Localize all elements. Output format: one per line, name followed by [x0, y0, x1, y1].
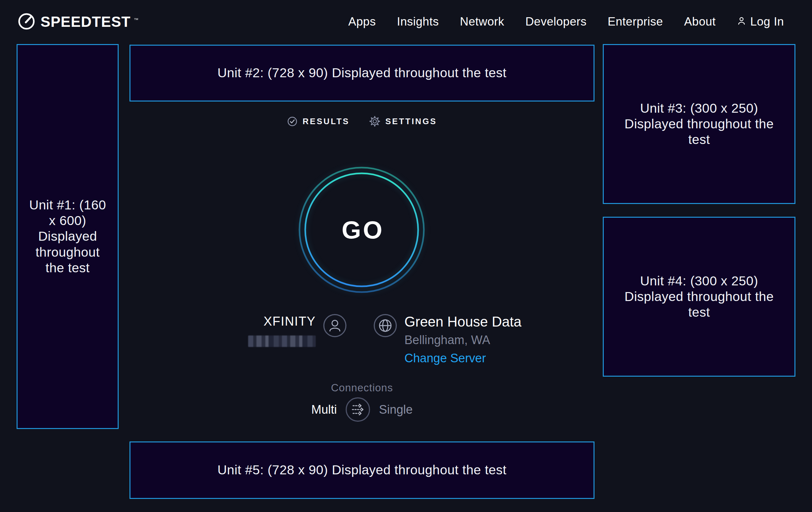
isp-info: XFINITY — [233, 314, 316, 347]
user-icon — [737, 15, 746, 28]
speedtest-logo[interactable]: SPEEDTEST ™ — [18, 12, 139, 31]
isp-user-icon — [323, 314, 347, 339]
logo-wordmark: SPEEDTEST — [40, 13, 131, 30]
nav-item-apps[interactable]: Apps — [348, 15, 376, 28]
ad-unit-1-skyscraper: Unit #1: (160 x 600) Displayed throughou… — [17, 44, 119, 429]
change-server-link[interactable]: Change Server — [404, 351, 486, 365]
test-tabs: RESULTS — [129, 111, 594, 132]
nav-item-about[interactable]: About — [684, 15, 716, 28]
ad-unit-5-leaderboard: Unit #5: (728 x 90) Displayed throughout… — [129, 441, 594, 499]
check-circle-icon — [287, 116, 297, 127]
main-nav: Apps Insights Network Developers Enterpr… — [348, 15, 784, 28]
ad-unit-1-text: Unit #1: (160 x 600) Displayed throughou… — [25, 197, 111, 276]
tab-settings-label: SETTINGS — [385, 116, 437, 127]
server-globe-icon — [374, 314, 397, 339]
connections-toggle-row: Multi Single — [129, 397, 594, 423]
connections-toggle-icon[interactable] — [345, 397, 371, 422]
ad-unit-4-rectangle: Unit #4: (300 x 250) Displayed throughou… — [603, 217, 795, 377]
trademark-mark: ™ — [134, 17, 139, 22]
nav-item-insights[interactable]: Insights — [397, 15, 439, 28]
go-button[interactable]: GO — [298, 166, 426, 294]
isp-name: XFINITY — [233, 314, 316, 328]
server-info: Green House Data Bellingham, WA Change S… — [404, 314, 521, 365]
nav-item-network[interactable]: Network — [460, 15, 504, 28]
speedometer-icon — [18, 12, 35, 31]
top-nav-bar: SPEEDTEST ™ Apps Insights Network Develo… — [0, 0, 812, 44]
ad-unit-4-text: Unit #4: (300 x 250) Displayed throughou… — [617, 273, 781, 321]
connections-multi-option[interactable]: Multi — [311, 403, 337, 416]
login-label: Log In — [750, 15, 784, 28]
tab-settings[interactable]: SETTINGS — [369, 116, 437, 127]
tab-results-label: RESULTS — [303, 116, 350, 127]
redacted-ip-address — [248, 335, 316, 347]
nav-item-developers[interactable]: Developers — [525, 15, 586, 28]
ad-unit-2-text: Unit #2: (728 x 90) Displayed throughout… — [218, 65, 507, 81]
tab-results[interactable]: RESULTS — [287, 116, 350, 127]
gear-icon — [369, 116, 380, 127]
ad-unit-3-rectangle: Unit #3: (300 x 250) Displayed throughou… — [603, 44, 795, 204]
ad-unit-3-text: Unit #3: (300 x 250) Displayed throughou… — [617, 101, 781, 148]
connections-single-option[interactable]: Single — [379, 403, 413, 416]
ad-unit-5-text: Unit #5: (728 x 90) Displayed throughout… — [218, 462, 507, 478]
server-name: Green House Data — [404, 314, 521, 329]
login-button[interactable]: Log In — [737, 15, 784, 28]
connections-label: Connections — [129, 382, 594, 394]
speedtest-page: SPEEDTEST ™ Apps Insights Network Develo… — [0, 0, 812, 512]
nav-item-enterprise[interactable]: Enterprise — [608, 15, 663, 28]
go-label: GO — [298, 166, 426, 294]
ad-unit-2-leaderboard: Unit #2: (728 x 90) Displayed throughout… — [129, 45, 594, 102]
server-location: Bellingham, WA — [404, 333, 521, 347]
